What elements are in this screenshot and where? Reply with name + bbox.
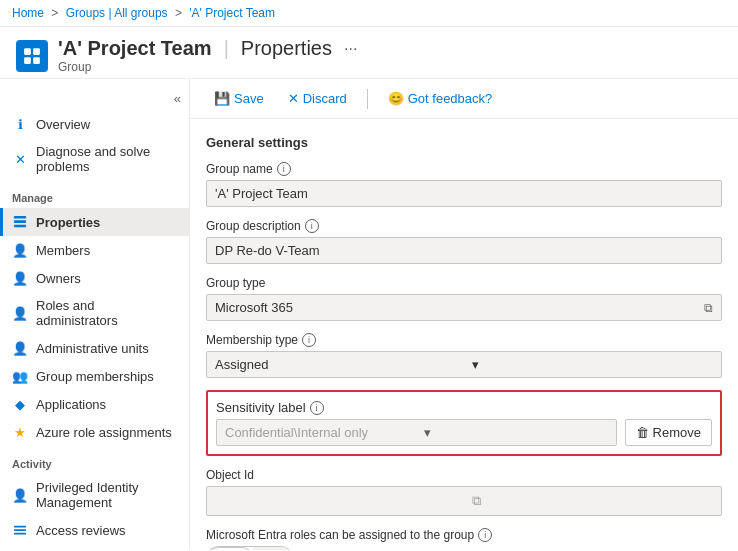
manage-section-label: Manage	[0, 180, 189, 208]
membership-type-select[interactable]: Assigned ▾	[206, 351, 722, 378]
breadcrumb-current[interactable]: 'A' Project Team	[189, 6, 275, 20]
group-memberships-icon: 👥	[12, 368, 28, 384]
sidebar-item-properties[interactable]: Properties	[0, 208, 189, 236]
svg-rect-6	[14, 225, 26, 228]
membership-type-chevron: ▾	[464, 352, 721, 377]
group-name-label: Group name i	[206, 162, 722, 176]
svg-rect-0	[24, 48, 31, 55]
sensitivity-input-row: Confidential\Internal only ▾ 🗑 Remove	[216, 419, 712, 446]
group-description-info-icon[interactable]: i	[305, 219, 319, 233]
save-icon: 💾	[214, 91, 230, 106]
toolbar: 💾 Save ✕ Discard 😊 Got feedback?	[190, 79, 738, 119]
entra-roles-field: Microsoft Entra roles can be assigned to…	[206, 528, 722, 550]
group-type-input	[207, 295, 696, 320]
page-header: 'A' Project Team | Properties ··· Group	[0, 27, 738, 79]
sensitivity-label-text: Sensitivity label	[216, 400, 306, 415]
sidebar-item-access-reviews[interactable]: Access reviews	[0, 516, 189, 544]
group-icon	[16, 40, 48, 72]
group-type-input-wrapper: ⧉	[206, 294, 722, 321]
sensitivity-label-input[interactable]: Confidential\Internal only ▾	[216, 419, 617, 446]
page-section: Properties	[241, 37, 332, 60]
discard-button[interactable]: ✕ Discard	[280, 87, 355, 110]
ellipsis-button[interactable]: ···	[344, 40, 357, 58]
access-reviews-icon	[12, 522, 28, 538]
pim-icon: 👤	[12, 487, 28, 503]
breadcrumb-groups[interactable]: Groups | All groups	[66, 6, 168, 20]
group-type-field: Group type ⧉	[206, 276, 722, 321]
sidebar-item-admin-units[interactable]: 👤 Administrative units	[0, 334, 189, 362]
object-id-field: Object Id ⧉	[206, 468, 722, 516]
roles-icon: 👤	[12, 305, 28, 321]
properties-icon	[12, 214, 28, 230]
breadcrumb-home[interactable]: Home	[12, 6, 44, 20]
overview-icon: ℹ	[12, 116, 28, 132]
object-id-value	[207, 487, 464, 515]
copy-icon[interactable]: ⧉	[696, 301, 721, 315]
activity-section-label: Activity	[0, 446, 189, 474]
sidebar-item-applications[interactable]: ◆ Applications	[0, 390, 189, 418]
sensitivity-info-icon[interactable]: i	[310, 401, 324, 415]
group-name-input[interactable]	[207, 181, 721, 206]
object-id-label: Object Id	[206, 468, 722, 482]
owners-icon: 👤	[12, 270, 28, 286]
sidebar-item-roles-admins[interactable]: 👤 Roles and administrators	[0, 292, 189, 334]
entra-no-button[interactable]: No	[253, 547, 292, 550]
svg-rect-2	[24, 57, 31, 64]
azure-roles-icon: ★	[12, 424, 28, 440]
general-settings-title: General settings	[206, 135, 722, 150]
remove-icon: 🗑	[636, 425, 649, 440]
sidebar-item-owners[interactable]: 👤 Owners	[0, 264, 189, 292]
svg-rect-8	[14, 529, 26, 531]
svg-rect-3	[33, 57, 40, 64]
diagnose-icon: ✕	[12, 151, 28, 167]
object-id-copy-icon[interactable]: ⧉	[464, 488, 721, 514]
sidebar-item-members[interactable]: 👤 Members	[0, 236, 189, 264]
sidebar-item-overview[interactable]: ℹ Overview	[0, 110, 189, 138]
form-content: General settings Group name i Group desc…	[190, 119, 738, 550]
svg-rect-5	[14, 220, 26, 223]
discard-icon: ✕	[288, 91, 299, 106]
group-description-input[interactable]	[207, 238, 721, 263]
sidebar-item-diagnose[interactable]: ✕ Diagnose and solve problems	[0, 138, 189, 180]
save-button[interactable]: 💾 Save	[206, 87, 272, 110]
sidebar-collapse-button[interactable]: «	[0, 87, 189, 110]
entra-roles-info-icon[interactable]: i	[478, 528, 492, 542]
remove-button[interactable]: 🗑 Remove	[625, 419, 712, 446]
applications-icon: ◆	[12, 396, 28, 412]
admin-units-icon: 👤	[12, 340, 28, 356]
entra-roles-label: Microsoft Entra roles can be assigned to…	[206, 528, 722, 542]
svg-rect-4	[14, 216, 26, 219]
entra-roles-toggle: Yes No	[206, 546, 293, 550]
group-type-label: Group type	[206, 276, 722, 290]
svg-rect-1	[33, 48, 40, 55]
toolbar-divider	[367, 89, 368, 109]
group-name-input-wrapper	[206, 180, 722, 207]
entra-yes-button[interactable]: Yes	[207, 547, 253, 550]
sidebar-item-pim[interactable]: 👤 Privileged Identity Management	[0, 474, 189, 516]
breadcrumb: Home > Groups | All groups > 'A' Project…	[0, 0, 738, 27]
content-area: 💾 Save ✕ Discard 😊 Got feedback? General…	[190, 79, 738, 550]
sidebar-item-audit-logs[interactable]: Audit logs	[0, 544, 189, 550]
group-name-field: Group name i	[206, 162, 722, 207]
group-description-field: Group description i	[206, 219, 722, 264]
group-description-input-wrapper	[206, 237, 722, 264]
page-subtitle: Group	[58, 60, 357, 74]
feedback-icon: 😊	[388, 91, 404, 106]
group-description-label: Group description i	[206, 219, 722, 233]
membership-type-field: Membership type i Assigned ▾	[206, 333, 722, 378]
members-icon: 👤	[12, 242, 28, 258]
svg-rect-7	[14, 526, 26, 528]
group-name-info-icon[interactable]: i	[277, 162, 291, 176]
sensitivity-label-row: Sensitivity label i	[216, 400, 712, 415]
sidebar-item-group-memberships[interactable]: 👥 Group memberships	[0, 362, 189, 390]
sidebar: « ℹ Overview ✕ Diagnose and solve proble…	[0, 79, 190, 550]
sidebar-item-azure-roles[interactable]: ★ Azure role assignments	[0, 418, 189, 446]
object-id-input-wrapper: ⧉	[206, 486, 722, 516]
feedback-button[interactable]: 😊 Got feedback?	[380, 87, 501, 110]
page-title: 'A' Project Team	[58, 37, 212, 60]
svg-rect-9	[14, 533, 26, 535]
membership-type-label: Membership type i	[206, 333, 722, 347]
sensitivity-label-section: Sensitivity label i Confidential\Interna…	[206, 390, 722, 456]
sensitivity-chevron: ▾	[416, 425, 615, 440]
membership-type-info-icon[interactable]: i	[302, 333, 316, 347]
